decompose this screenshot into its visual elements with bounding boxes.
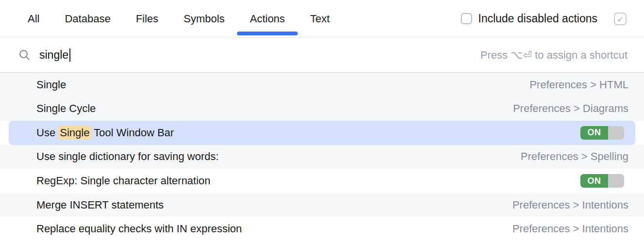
tab-all[interactable]: All — [15, 0, 52, 37]
search-icon — [18, 49, 31, 61]
include-disabled-actions-label: Include disabled actions — [478, 12, 598, 25]
search-bar: single Press ⌥⏎ to assign a shortcut — [0, 38, 644, 73]
result-row-merge-insert-statements[interactable]: Merge INSERT statementsPreferences > Int… — [0, 193, 644, 217]
tab-bar-right: Include disabled actions ↙ — [461, 0, 644, 37]
result-row-single[interactable]: SinglePreferences > HTML — [0, 73, 644, 97]
result-title: RegExp: Single character alternation — [36, 175, 210, 187]
tab-files[interactable]: Files — [123, 0, 171, 37]
result-location: Preferences > HTML — [529, 79, 628, 91]
tab-text[interactable]: Text — [298, 0, 342, 37]
open-in-find-window-icon[interactable]: ↙ — [614, 13, 627, 25]
tab-bar: AllDatabaseFilesSymbolsActionsText Inclu… — [0, 0, 644, 38]
tabs: AllDatabaseFilesSymbolsActionsText — [15, 0, 342, 37]
result-location: Preferences > Diagrams — [513, 102, 628, 115]
result-title: Replace equality checks with IN expressi… — [36, 223, 242, 235]
result-row-single-cycle[interactable]: Single CyclePreferences > Diagrams — [0, 97, 644, 121]
match-highlight: Single — [58, 126, 91, 139]
include-disabled-actions-checkbox[interactable] — [461, 13, 472, 24]
text-caret — [69, 48, 70, 62]
tab-actions[interactable]: Actions — [237, 0, 297, 37]
result-row-use-single-tool-window-bar[interactable]: Use Single Tool Window BarON — [0, 121, 644, 145]
shortcut-hint: Press ⌥⏎ to assign a shortcut — [480, 49, 627, 62]
tab-symbols[interactable]: Symbols — [171, 0, 237, 37]
toggle-knob — [608, 174, 624, 188]
search-value: single — [39, 48, 68, 62]
result-title: Merge INSERT statements — [36, 199, 164, 211]
result-row-replace-equality-checks[interactable]: Replace equality checks with IN expressi… — [0, 217, 644, 241]
result-row-regexp-single-character-alternation[interactable]: RegExp: Single character alternationON — [0, 169, 644, 193]
result-title: Single Cycle — [36, 102, 96, 115]
toggle-knob — [608, 126, 624, 140]
results-list: SinglePreferences > HTMLSingle CyclePref… — [0, 73, 644, 241]
result-row-use-single-dictionary[interactable]: Use single dictionary for saving words:P… — [0, 145, 644, 169]
result-location: Preferences > Intentions — [512, 223, 628, 235]
result-title: Use Single Tool Window Bar — [36, 127, 174, 139]
tab-database[interactable]: Database — [52, 0, 123, 37]
result-location: Preferences > Spelling — [521, 150, 628, 163]
on-toggle[interactable]: ON — [580, 126, 624, 140]
toggle-on-label: ON — [580, 174, 608, 188]
result-location: Preferences > Intentions — [512, 199, 628, 211]
on-toggle[interactable]: ON — [580, 174, 624, 188]
toggle-on-label: ON — [580, 126, 608, 140]
search-input[interactable]: single — [39, 48, 70, 62]
result-title: Use single dictionary for saving words: — [36, 150, 219, 163]
result-title: Single — [36, 79, 66, 91]
